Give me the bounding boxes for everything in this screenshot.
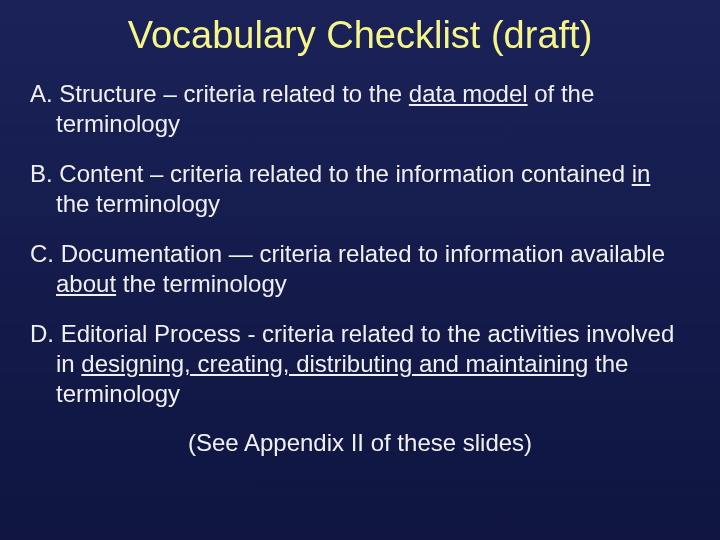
item-c: C. Documentation — criteria related to i… (30, 239, 690, 299)
item-a-underline: data model (409, 80, 528, 107)
item-c-label: C. (30, 240, 61, 267)
item-c-underline: about (56, 270, 116, 297)
footer-note: (See Appendix II of these slides) (30, 429, 690, 457)
item-d-label: D. (30, 320, 61, 347)
item-b: B. Content – criteria related to the inf… (30, 159, 690, 219)
item-c-pre: Documentation — criteria related to info… (61, 240, 665, 267)
item-b-underline: in (632, 160, 651, 187)
item-a-pre: Structure – criteria related to the (59, 80, 409, 107)
item-b-pre: Content – criteria related to the inform… (59, 160, 631, 187)
item-d-underline: designing, creating, distributing and ma… (81, 350, 588, 377)
slide-title: Vocabulary Checklist (draft) (30, 14, 690, 57)
item-b-label: B. (30, 160, 59, 187)
item-b-post: the terminology (56, 190, 220, 217)
item-a-label: A. (30, 80, 59, 107)
item-c-post: the terminology (116, 270, 287, 297)
item-a: A. Structure – criteria related to the d… (30, 79, 690, 139)
item-d: D. Editorial Process - criteria related … (30, 319, 690, 409)
